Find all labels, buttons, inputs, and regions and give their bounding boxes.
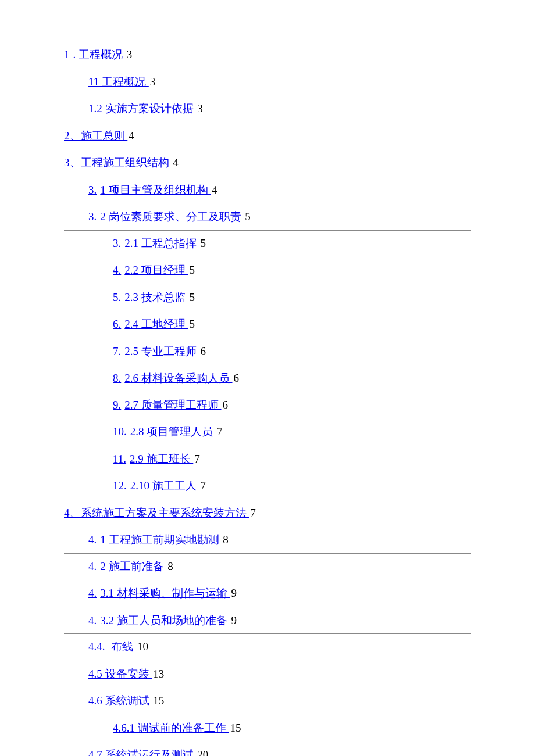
toc-entry: 1.2 实施方案设计依据 3 — [64, 101, 471, 117]
toc-link[interactable]: 2.5 专业工程师 — [124, 345, 199, 357]
toc-entry: 4.3.2 施工人员和场地的准备 9 — [64, 612, 471, 629]
toc-link[interactable]: 1 项目主管及组织机构 — [100, 184, 211, 196]
toc-prefix[interactable]: 6. — [113, 318, 121, 330]
toc-link[interactable]: 2.3 技术总监 — [124, 291, 188, 303]
toc-page-number: 8 — [167, 560, 173, 572]
toc-link[interactable]: 2 施工前准备 — [100, 560, 166, 572]
toc-prefix[interactable]: 11. — [113, 453, 126, 465]
toc-entry: 4.6.1 调试前的准备工作 15 — [64, 720, 471, 737]
toc-page-number: 7 — [250, 507, 256, 519]
toc-entry: 4.2 施工前准备 8 — [64, 558, 471, 575]
toc-link[interactable]: 4、系统施工方案及主要系统安装方法 — [64, 507, 249, 519]
toc-page-number: 7 — [217, 425, 223, 438]
toc-page-number: 3 — [127, 48, 133, 60]
toc-entry: 4.2.2 项目经理 5 — [64, 262, 471, 279]
toc-page-number: 6 — [201, 345, 206, 357]
toc-entry: 4.7 系统试运行及测试 20 — [64, 747, 471, 756]
toc-page-number: 15 — [230, 722, 241, 734]
toc-page-number: 6 — [223, 399, 229, 411]
toc-entry: 2、施工总则 4 — [64, 128, 471, 145]
toc-link[interactable]: 11 工程概况 — [88, 76, 149, 88]
toc-prefix[interactable]: 7. — [113, 345, 121, 357]
toc-prefix[interactable]: 1 — [64, 48, 70, 60]
toc-link[interactable]: 2、施工总则 — [64, 130, 127, 142]
toc-entry: 6.2.4 工地经理 5 — [64, 316, 471, 333]
toc-page-number: 4 — [212, 184, 217, 196]
toc-page-number: 7 — [194, 453, 200, 465]
toc-prefix[interactable]: 12. — [113, 479, 127, 492]
toc-entry: 4、系统施工方案及主要系统安装方法 7 — [64, 505, 471, 522]
toc-link[interactable]: 1.2 实施方案设计依据 — [88, 102, 196, 114]
toc-link[interactable]: 3.2 施工人员和场地的准备 — [100, 614, 230, 626]
toc-entry: 11 工程概况 3 — [64, 74, 471, 91]
toc-link[interactable]: 4.5 设备安装 — [88, 668, 152, 680]
toc-prefix[interactable]: 4. — [88, 560, 97, 572]
toc-prefix[interactable]: 4. — [88, 587, 97, 599]
toc-link[interactable]: 2.2 项目经理 — [124, 264, 188, 276]
toc-prefix[interactable]: 4. — [88, 533, 97, 546]
toc-page-number: 6 — [234, 372, 240, 384]
toc-link[interactable]: 布线 — [109, 640, 137, 653]
toc-page-number: 5 — [190, 264, 195, 276]
toc-entry: 4.4. 布线 10 — [64, 639, 471, 655]
toc-page-number: 10 — [137, 640, 148, 653]
toc-prefix[interactable]: 3. — [113, 237, 121, 249]
toc-prefix[interactable]: 8. — [113, 372, 121, 384]
divider — [64, 392, 471, 392]
toc-entry: 11.2.9 施工班长 7 — [64, 451, 471, 468]
toc-prefix[interactable]: 4.4. — [88, 640, 105, 653]
toc-link[interactable]: 2.9 施工班长 — [130, 453, 193, 465]
toc-page-number: 15 — [153, 694, 164, 707]
toc-link[interactable]: 4.6 系统调试 — [88, 694, 152, 707]
divider — [64, 553, 471, 554]
toc-link[interactable]: 2.6 材料设备采购人员 — [124, 372, 232, 384]
toc-prefix[interactable]: 3. — [88, 210, 97, 223]
toc-link[interactable]: 2.8 项目管理人员 — [130, 425, 216, 438]
divider — [64, 633, 471, 634]
toc-link[interactable]: 4.6.1 调试前的准备工作 — [113, 722, 229, 734]
toc-link[interactable]: 1 工程施工前期实地勘测 — [100, 533, 222, 546]
toc-link[interactable]: 2 岗位素质要求、分工及职责 — [100, 210, 244, 223]
toc-entry: 4.6 系统调试 15 — [64, 693, 471, 710]
toc-link[interactable]: 2.4 工地经理 — [124, 318, 188, 330]
toc-entry: 3.1 项目主管及组织机构 4 — [64, 182, 471, 199]
toc-entry: 3、工程施工组织结构 4 — [64, 155, 471, 171]
toc-entry: 12.2.10 施工工人 7 — [64, 478, 471, 495]
toc-page-number: 7 — [201, 479, 206, 492]
toc-link[interactable]: 2.10 施工工人 — [130, 479, 199, 492]
toc-entry: 3.2 岗位素质要求、分工及职责 5 — [64, 209, 471, 225]
toc-entry: 3.2.1 工程总指挥 5 — [64, 235, 471, 252]
toc-prefix[interactable]: 3. — [88, 184, 97, 196]
toc-link[interactable]: . 工程概况 — [73, 48, 126, 60]
toc-page-number: 5 — [190, 291, 195, 303]
toc-link[interactable]: 3、工程施工组织结构 — [64, 156, 172, 169]
toc-entry: 8.2.6 材料设备采购人员 6 — [64, 370, 471, 387]
toc-page-number: 20 — [197, 748, 208, 756]
toc-prefix[interactable]: 4. — [113, 264, 121, 276]
toc-page-number: 5 — [245, 210, 251, 223]
divider — [64, 230, 471, 231]
toc-page-number: 3 — [197, 102, 203, 114]
toc-page-number: 13 — [153, 668, 164, 680]
toc-prefix[interactable]: 10. — [113, 425, 127, 438]
toc-page-number: 4 — [173, 156, 179, 169]
toc-link[interactable]: 2.7 质量管理工程师 — [124, 399, 221, 411]
table-of-contents: 1. 工程概况 311 工程概况 31.2 实施方案设计依据 32、施工总则 4… — [64, 46, 471, 756]
toc-prefix[interactable]: 9. — [113, 399, 121, 411]
toc-entry: 1. 工程概况 3 — [64, 46, 471, 63]
toc-prefix[interactable]: 5. — [113, 291, 121, 303]
toc-page-number: 9 — [231, 587, 237, 599]
toc-prefix[interactable]: 4. — [88, 614, 97, 626]
toc-link[interactable]: 4.7 系统试运行及测试 — [88, 748, 196, 756]
toc-entry: 4.1 工程施工前期实地勘测 8 — [64, 532, 471, 549]
toc-page-number: 5 — [201, 237, 206, 249]
toc-page-number: 3 — [150, 76, 156, 88]
toc-page-number: 5 — [190, 318, 195, 330]
toc-link[interactable]: 3.1 材料采购、制作与运输 — [100, 587, 230, 599]
toc-entry: 4.3.1 材料采购、制作与运输 9 — [64, 585, 471, 602]
toc-link[interactable]: 2.1 工程总指挥 — [124, 237, 199, 249]
toc-entry: 7.2.5 专业工程师 6 — [64, 343, 471, 360]
toc-page-number: 4 — [129, 130, 134, 142]
toc-page-number: 8 — [223, 533, 229, 546]
toc-entry: 10.2.8 项目管理人员 7 — [64, 424, 471, 440]
